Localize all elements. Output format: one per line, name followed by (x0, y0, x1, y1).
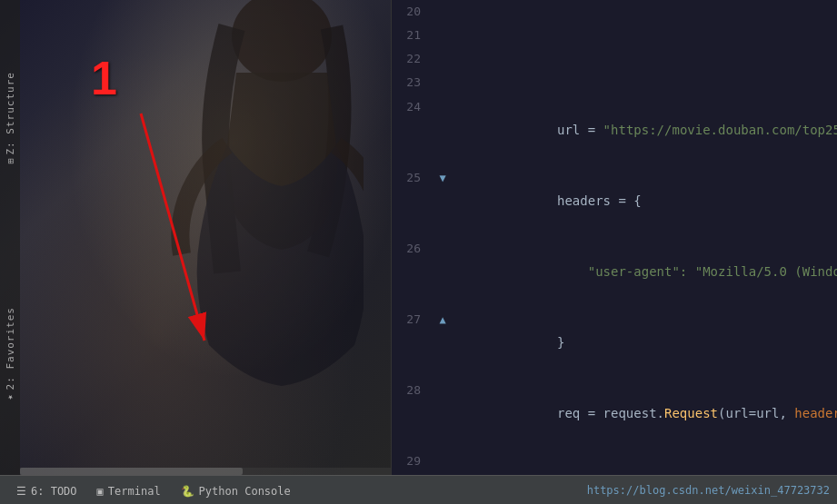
annotation: 1 (91, 54, 117, 102)
gutter-25: ▼ (435, 166, 450, 190)
python-console-label: Python Console (199, 485, 291, 498)
annotation-number: 1 (91, 54, 117, 102)
tab-todo[interactable]: ☰ 6: TODO (7, 476, 86, 504)
code-line-26: 26 "user-agent": "Mozilla/5.0 (Windows (392, 236, 837, 307)
tab-terminal[interactable]: ▣ Terminal (88, 476, 170, 504)
svg-line-2 (141, 114, 204, 341)
left-panel: 1 ⊞ Z: Structure ★ 2: Favorites (0, 0, 391, 475)
terminal-icon: ▣ (97, 485, 104, 498)
line-number-28: 28 (392, 379, 435, 402)
line-code-25: headers = { (450, 165, 837, 236)
line-number-26: 26 (392, 237, 435, 261)
structure-label[interactable]: ⊞ Z: Structure (5, 72, 16, 164)
code-line-28: 28 req = request.Request(url=url, header… (392, 378, 837, 449)
code-line-22: 22 (392, 47, 837, 71)
todo-icon: ☰ (16, 485, 26, 498)
side-labels: ⊞ Z: Structure ★ 2: Favorites (0, 0, 20, 475)
code-panel: 20 21 22 23 (391, 0, 837, 475)
todo-label: 6: TODO (31, 485, 77, 498)
code-line-23: 23 (392, 71, 837, 94)
terminal-label: Terminal (108, 485, 161, 498)
structure-icon: ⊞ (5, 157, 15, 163)
line-code-28: req = request.Request(url=url, headers= (450, 378, 837, 449)
python-console-icon: 🐍 (181, 485, 194, 498)
bottom-bar: ☰ 6: TODO ▣ Terminal 🐍 Python Console ht… (0, 475, 837, 504)
line-code-27: } (450, 307, 837, 378)
line-number-27: 27 (392, 308, 435, 331)
bottom-right-url: https://blog.csdn.net/weixin_47723732 (587, 484, 830, 497)
line-code-26: "user-agent": "Mozilla/5.0 (Windows (450, 236, 837, 307)
line-number-24: 24 (392, 95, 435, 119)
svg-point-0 (232, 0, 332, 82)
line-number-23: 23 (392, 71, 435, 94)
line-number-20: 20 (392, 0, 435, 24)
line-code-29: response = request.urlopen(req) #再次请 (450, 449, 837, 475)
line-number-22: 22 (392, 47, 435, 71)
main-area: 1 ⊞ Z: Structure ★ 2: Favorites (0, 0, 837, 475)
tab-python-console[interactable]: 🐍 Python Console (172, 476, 300, 504)
left-scrollbar-thumb (20, 468, 243, 475)
left-scrollbar[interactable] (20, 468, 391, 475)
code-line-27: 27 ▲ } (392, 307, 837, 378)
code-line-29: 29 response = request.urlopen(req) #再次请 (392, 449, 837, 475)
gutter-27: ▲ (435, 308, 450, 331)
code-line-21: 21 (392, 24, 837, 47)
line-number-29: 29 (392, 450, 435, 473)
line-number-21: 21 (392, 24, 435, 47)
bottom-tabs: ☰ 6: TODO ▣ Terminal 🐍 Python Console (7, 476, 300, 504)
code-line-24: 24 url = "https://movie.douban.com/top25… (392, 94, 837, 165)
line-number-25: 25 (392, 166, 435, 190)
line-code-24: url = "https://movie.douban.com/top250" (450, 94, 837, 165)
annotation-arrow (114, 104, 241, 359)
code-line-20: 20 (392, 0, 837, 24)
code-content: 20 21 22 23 (392, 0, 837, 475)
code-line-25: 25 ▼ headers = { (392, 165, 837, 236)
favorites-label[interactable]: ★ 2: Favorites (5, 307, 16, 403)
favorites-icon: ★ (5, 392, 15, 403)
